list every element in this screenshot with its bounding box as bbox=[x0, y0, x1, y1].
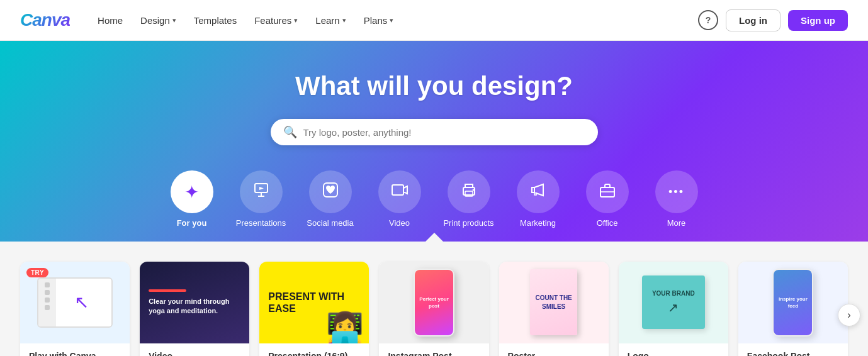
video-icon-wrap bbox=[378, 170, 421, 213]
card-label: Presentation (16:9) bbox=[259, 343, 369, 356]
poster-text: COUNT THE SMILES bbox=[530, 289, 577, 316]
logo-text: Canva bbox=[20, 10, 70, 30]
video-red-bar bbox=[149, 289, 186, 292]
sparkle-icon: ✦ bbox=[184, 182, 199, 203]
cursor-icon: ↖ bbox=[74, 292, 89, 313]
active-category-indicator bbox=[426, 233, 443, 242]
chevron-down-icon: ▾ bbox=[294, 16, 298, 25]
card-logo[interactable]: YOUR BRAND ↗ Logo bbox=[619, 262, 728, 356]
card-label: Instagram Post bbox=[379, 343, 488, 356]
card-thumbnail: COUNT THE SMILES bbox=[499, 262, 609, 343]
presentation-icon bbox=[252, 181, 270, 203]
category-marketing[interactable]: Marketing bbox=[507, 170, 570, 236]
heart-icon bbox=[322, 181, 339, 203]
category-social-media[interactable]: Social media bbox=[299, 170, 362, 236]
card-poster[interactable]: COUNT THE SMILES Poster bbox=[499, 262, 609, 356]
card-thumbnail: YOUR BRAND ↗ bbox=[619, 262, 728, 343]
navbar-right: ? Log in Sign up bbox=[698, 9, 848, 31]
marketing-icon-wrap bbox=[517, 170, 560, 213]
navbar: Canva Home Design ▾ Templates Features ▾… bbox=[0, 0, 868, 41]
play-ui: ↖ bbox=[37, 277, 113, 328]
social-media-icon-wrap bbox=[309, 170, 352, 213]
category-office[interactable]: Office bbox=[576, 170, 639, 236]
card-thumbnail: PRESENT WITH EASE 👩‍💻 bbox=[259, 262, 369, 343]
signup-button[interactable]: Sign up bbox=[788, 10, 848, 31]
toolbar-dot bbox=[45, 298, 50, 303]
chevron-right-icon: › bbox=[847, 309, 850, 321]
card-label: Logo bbox=[619, 343, 728, 356]
card-thumbnail: Perfect your post bbox=[379, 262, 488, 343]
card-video[interactable]: Clear your mind through yoga and meditat… bbox=[140, 262, 249, 356]
category-presentations[interactable]: Presentations bbox=[230, 170, 293, 236]
card-thumbnail: TRY ↖ bbox=[20, 262, 130, 343]
card-label: Poster bbox=[499, 343, 609, 356]
category-video[interactable]: Video bbox=[368, 170, 431, 236]
toolbar bbox=[38, 279, 56, 326]
toolbar-dot bbox=[45, 305, 50, 310]
video-icon bbox=[391, 181, 409, 203]
card-label: Facebook Post bbox=[738, 343, 848, 356]
facebook-phone: Inspire your feed bbox=[772, 269, 813, 337]
phone-mockup: Perfect your post bbox=[414, 269, 454, 337]
facebook-text: Inspire your feed bbox=[774, 292, 812, 313]
try-badge: TRY bbox=[26, 268, 48, 277]
logo-card: YOUR BRAND ↗ bbox=[642, 275, 705, 329]
nav-features[interactable]: Features ▾ bbox=[247, 10, 305, 31]
instagram-text: Perfect your post bbox=[415, 293, 453, 312]
category-print-products[interactable]: Print products bbox=[437, 170, 500, 236]
more-icon-wrap: ••• bbox=[655, 170, 698, 213]
nav-links: Home Design ▾ Templates Features ▾ Learn… bbox=[90, 10, 698, 31]
category-more[interactable]: ••• More bbox=[645, 170, 708, 236]
card-thumbnail: Clear your mind through yoga and meditat… bbox=[140, 262, 249, 343]
card-play-canva[interactable]: TRY ↖ Play with Canva bbox=[20, 262, 130, 356]
toolbar-dot bbox=[45, 282, 50, 287]
office-icon-wrap bbox=[586, 170, 629, 213]
arrow-icon: ↗ bbox=[668, 300, 679, 315]
nav-templates[interactable]: Templates bbox=[186, 10, 244, 31]
for-you-icon-wrap: ✦ bbox=[171, 170, 213, 213]
card-presentation[interactable]: PRESENT WITH EASE 👩‍💻 Presentation (16:9… bbox=[259, 262, 369, 356]
chevron-down-icon: ▾ bbox=[342, 16, 346, 25]
chevron-down-icon: ▾ bbox=[390, 16, 393, 25]
more-icon: ••• bbox=[668, 186, 684, 199]
card-label: Video bbox=[140, 343, 249, 356]
search-icon: 🔍 bbox=[283, 125, 297, 139]
card-label: Play with Canva bbox=[20, 343, 130, 356]
video-title-text: Clear your mind through yoga and meditat… bbox=[149, 297, 240, 316]
help-button[interactable]: ? bbox=[698, 10, 718, 30]
category-for-you[interactable]: ✦ For you bbox=[161, 170, 223, 236]
category-bar: ✦ For you Presentations bbox=[0, 170, 868, 236]
svg-rect-4 bbox=[392, 185, 403, 195]
printer-icon bbox=[460, 181, 478, 203]
card-instagram[interactable]: Perfect your post Instagram Post bbox=[379, 262, 488, 356]
logo[interactable]: Canva bbox=[20, 10, 70, 30]
hero-section: What will you design? 🔍 ✦ For you bbox=[0, 41, 868, 242]
search-bar: 🔍 bbox=[271, 119, 598, 145]
next-arrow-button[interactable]: › bbox=[838, 304, 860, 326]
toolbar-dot bbox=[45, 290, 50, 295]
presentations-icon-wrap bbox=[240, 170, 283, 213]
svg-point-7 bbox=[472, 189, 474, 191]
login-button[interactable]: Log in bbox=[726, 9, 781, 31]
megaphone-icon bbox=[529, 181, 547, 203]
nav-home[interactable]: Home bbox=[90, 10, 130, 31]
chevron-down-icon: ▾ bbox=[172, 16, 176, 25]
poster-card: COUNT THE SMILES bbox=[530, 269, 577, 335]
search-input[interactable] bbox=[303, 127, 585, 138]
nav-design[interactable]: Design ▾ bbox=[133, 10, 184, 31]
logo-text-card: YOUR BRAND bbox=[652, 289, 695, 298]
print-icon-wrap bbox=[448, 170, 490, 213]
nav-plans[interactable]: Plans ▾ bbox=[356, 10, 402, 31]
briefcase-icon bbox=[599, 181, 616, 203]
card-facebook[interactable]: Inspire your feed Facebook Post bbox=[738, 262, 848, 356]
card-thumbnail: Inspire your feed bbox=[738, 262, 848, 343]
hero-title: What will you design? bbox=[0, 71, 868, 101]
nav-learn[interactable]: Learn ▾ bbox=[308, 10, 353, 31]
pres-person-icon: 👩‍💻 bbox=[326, 313, 364, 343]
design-cards-section: TRY ↖ Play with Canva Clear your mind th… bbox=[0, 242, 868, 356]
